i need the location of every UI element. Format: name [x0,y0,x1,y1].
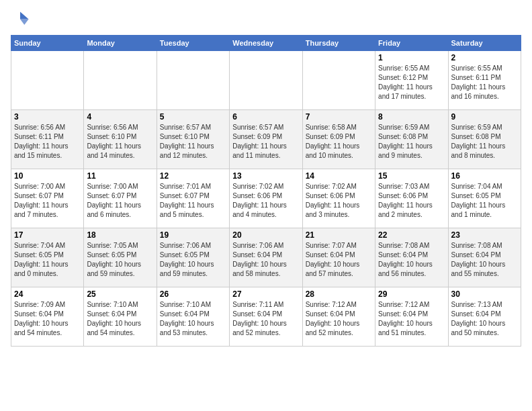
calendar-cell: 13Sunrise: 7:02 AM Sunset: 6:06 PM Dayli… [230,169,302,228]
logo [11,11,31,30]
column-header-thursday: Thursday [302,36,375,51]
day-number: 30 [451,289,518,299]
day-info: Sunrise: 7:08 AM Sunset: 6:04 PM Dayligh… [378,241,445,279]
calendar-cell: 1Sunrise: 6:55 AM Sunset: 6:12 PM Daylig… [375,51,448,110]
day-number: 18 [87,230,153,240]
calendar-cell: 16Sunrise: 7:04 AM Sunset: 6:05 PM Dayli… [448,169,521,228]
calendar-cell: 18Sunrise: 7:05 AM Sunset: 6:05 PM Dayli… [84,228,157,287]
day-number: 9 [451,112,518,122]
calendar-cell: 26Sunrise: 7:10 AM Sunset: 6:04 PM Dayli… [157,287,229,347]
day-number: 11 [87,171,153,181]
calendar-header-row: SundayMondayTuesdayWednesdayThursdayFrid… [11,36,521,51]
calendar-week-row: 10Sunrise: 7:00 AM Sunset: 6:07 PM Dayli… [11,169,521,228]
calendar-cell: 8Sunrise: 6:59 AM Sunset: 6:08 PM Daylig… [375,110,448,169]
svg-marker-0 [20,11,29,19]
day-number: 23 [451,230,518,240]
calendar-cell: 29Sunrise: 7:12 AM Sunset: 6:04 PM Dayli… [375,287,448,347]
day-number: 7 [306,112,372,122]
day-info: Sunrise: 7:06 AM Sunset: 6:04 PM Dayligh… [232,241,299,279]
calendar-cell: 19Sunrise: 7:06 AM Sunset: 6:05 PM Dayli… [157,228,229,287]
calendar-cell: 25Sunrise: 7:10 AM Sunset: 6:04 PM Dayli… [84,287,157,347]
day-number: 15 [378,171,445,181]
day-info: Sunrise: 7:04 AM Sunset: 6:05 PM Dayligh… [451,182,518,220]
day-number: 12 [160,171,226,181]
day-number: 27 [232,289,299,299]
calendar-cell: 6Sunrise: 6:57 AM Sunset: 6:09 PM Daylig… [230,110,302,169]
calendar-cell: 23Sunrise: 7:08 AM Sunset: 6:04 PM Dayli… [448,228,521,287]
day-info: Sunrise: 6:59 AM Sunset: 6:08 PM Dayligh… [378,123,445,161]
logo-icon [11,11,30,30]
day-number: 6 [232,112,299,122]
day-info: Sunrise: 6:57 AM Sunset: 6:10 PM Dayligh… [160,123,226,161]
day-info: Sunrise: 6:55 AM Sunset: 6:11 PM Dayligh… [451,64,518,101]
day-number: 1 [378,53,445,62]
calendar-cell [84,51,157,110]
day-number: 17 [14,230,81,240]
day-info: Sunrise: 7:06 AM Sunset: 6:05 PM Dayligh… [160,241,226,279]
day-info: Sunrise: 7:12 AM Sunset: 6:04 PM Dayligh… [306,300,372,338]
day-info: Sunrise: 7:02 AM Sunset: 6:06 PM Dayligh… [232,182,299,220]
day-info: Sunrise: 7:05 AM Sunset: 6:05 PM Dayligh… [87,241,153,279]
calendar-cell: 7Sunrise: 6:58 AM Sunset: 6:09 PM Daylig… [302,110,375,169]
calendar-cell: 9Sunrise: 6:59 AM Sunset: 6:08 PM Daylig… [448,110,521,169]
day-number: 13 [232,171,299,181]
column-header-wednesday: Wednesday [230,36,302,51]
day-info: Sunrise: 6:55 AM Sunset: 6:12 PM Dayligh… [378,64,445,101]
day-number: 25 [87,289,153,299]
day-number: 29 [378,289,445,299]
calendar-cell [230,51,302,110]
day-info: Sunrise: 7:04 AM Sunset: 6:05 PM Dayligh… [14,241,81,279]
day-number: 28 [306,289,372,299]
day-number: 21 [306,230,372,240]
day-number: 20 [232,230,299,240]
day-number: 2 [451,53,518,62]
calendar-cell [302,51,375,110]
day-info: Sunrise: 6:57 AM Sunset: 6:09 PM Dayligh… [232,123,299,161]
svg-marker-1 [20,19,29,25]
calendar-cell: 14Sunrise: 7:02 AM Sunset: 6:06 PM Dayli… [302,169,375,228]
calendar-cell: 22Sunrise: 7:08 AM Sunset: 6:04 PM Dayli… [375,228,448,287]
day-info: Sunrise: 7:10 AM Sunset: 6:04 PM Dayligh… [87,300,153,338]
calendar-week-row: 1Sunrise: 6:55 AM Sunset: 6:12 PM Daylig… [11,51,521,110]
calendar-cell: 20Sunrise: 7:06 AM Sunset: 6:04 PM Dayli… [230,228,302,287]
calendar-cell: 30Sunrise: 7:13 AM Sunset: 6:04 PM Dayli… [448,287,521,347]
calendar-cell: 5Sunrise: 6:57 AM Sunset: 6:10 PM Daylig… [157,110,229,169]
day-number: 24 [14,289,81,299]
day-info: Sunrise: 7:00 AM Sunset: 6:07 PM Dayligh… [87,182,153,220]
day-info: Sunrise: 6:59 AM Sunset: 6:08 PM Dayligh… [451,123,518,161]
column-header-sunday: Sunday [11,36,84,51]
day-number: 4 [87,112,153,122]
day-info: Sunrise: 7:08 AM Sunset: 6:04 PM Dayligh… [451,241,518,279]
calendar-cell: 27Sunrise: 7:11 AM Sunset: 6:04 PM Dayli… [230,287,302,347]
day-info: Sunrise: 7:13 AM Sunset: 6:04 PM Dayligh… [451,300,518,338]
calendar-week-row: 3Sunrise: 6:56 AM Sunset: 6:11 PM Daylig… [11,110,521,169]
day-number: 10 [14,171,81,181]
day-info: Sunrise: 7:07 AM Sunset: 6:04 PM Dayligh… [306,241,372,279]
column-header-saturday: Saturday [448,36,521,51]
day-info: Sunrise: 7:00 AM Sunset: 6:07 PM Dayligh… [14,182,81,220]
calendar-cell: 11Sunrise: 7:00 AM Sunset: 6:07 PM Dayli… [84,169,157,228]
calendar-cell: 15Sunrise: 7:03 AM Sunset: 6:06 PM Dayli… [375,169,448,228]
day-info: Sunrise: 6:58 AM Sunset: 6:09 PM Dayligh… [306,123,372,161]
calendar-cell: 28Sunrise: 7:12 AM Sunset: 6:04 PM Dayli… [302,287,375,347]
day-info: Sunrise: 7:01 AM Sunset: 6:07 PM Dayligh… [160,182,226,220]
calendar-week-row: 17Sunrise: 7:04 AM Sunset: 6:05 PM Dayli… [11,228,521,287]
calendar-cell: 12Sunrise: 7:01 AM Sunset: 6:07 PM Dayli… [157,169,229,228]
page-header [11,11,521,30]
day-info: Sunrise: 7:10 AM Sunset: 6:04 PM Dayligh… [160,300,226,338]
day-number: 16 [451,171,518,181]
calendar-cell [11,51,84,110]
day-number: 8 [378,112,445,122]
day-number: 26 [160,289,226,299]
column-header-friday: Friday [375,36,448,51]
calendar-table: SundayMondayTuesdayWednesdayThursdayFrid… [11,35,521,347]
calendar-cell: 21Sunrise: 7:07 AM Sunset: 6:04 PM Dayli… [302,228,375,287]
calendar-cell: 24Sunrise: 7:09 AM Sunset: 6:04 PM Dayli… [11,287,84,347]
calendar-cell: 4Sunrise: 6:56 AM Sunset: 6:10 PM Daylig… [84,110,157,169]
day-number: 22 [378,230,445,240]
calendar-cell [157,51,229,110]
column-header-monday: Monday [84,36,157,51]
day-number: 3 [14,112,81,122]
day-number: 19 [160,230,226,240]
day-info: Sunrise: 7:02 AM Sunset: 6:06 PM Dayligh… [306,182,372,220]
